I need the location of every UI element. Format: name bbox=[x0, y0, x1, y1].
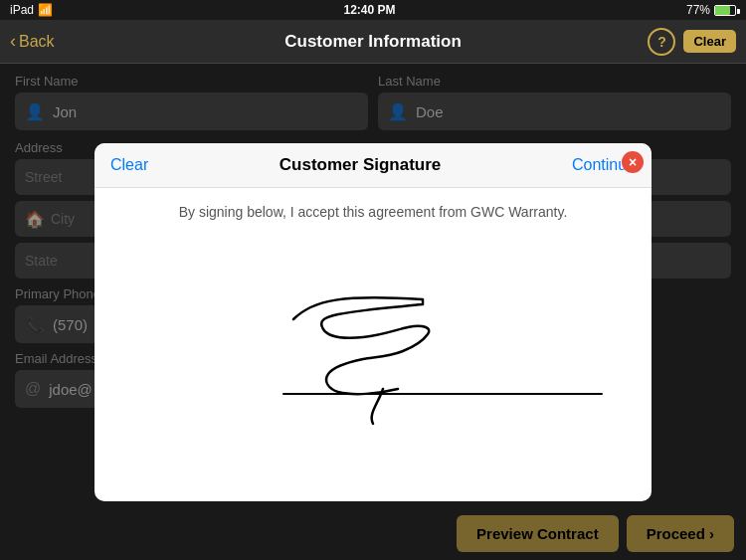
status-time: 12:40 PM bbox=[343, 3, 395, 17]
back-button[interactable]: ‹ Back bbox=[10, 31, 55, 52]
status-right: 77% bbox=[686, 3, 736, 17]
status-bar: iPad 📶 12:40 PM 77% bbox=[0, 0, 746, 20]
battery-icon bbox=[714, 5, 736, 16]
help-button[interactable]: ? bbox=[648, 28, 675, 56]
signature-modal: × Clear Customer Signature Continue By s… bbox=[94, 143, 652, 501]
nav-title: Customer Information bbox=[284, 32, 462, 52]
battery-fill bbox=[715, 6, 730, 15]
nav-actions: ? Clear bbox=[648, 28, 736, 56]
nav-bar: ‹ Back Customer Information ? Clear bbox=[0, 20, 746, 64]
modal-close-button[interactable]: × bbox=[622, 151, 644, 173]
modal-overlay: × Clear Customer Signature Continue By s… bbox=[0, 64, 746, 560]
back-label: Back bbox=[19, 33, 55, 51]
modal-clear-button[interactable]: Clear bbox=[110, 156, 148, 174]
agreement-text: By signing below, I accept this agreemen… bbox=[114, 204, 632, 220]
wifi-icon: 📶 bbox=[38, 3, 53, 17]
clear-button[interactable]: Clear bbox=[683, 30, 736, 53]
modal-header: Clear Customer Signature Continue bbox=[94, 143, 652, 188]
status-left: iPad 📶 bbox=[10, 3, 53, 17]
signature-canvas[interactable] bbox=[114, 240, 632, 439]
battery-percent: 77% bbox=[686, 3, 710, 17]
main-content: First Name 👤 Jon Last Name 👤 Doe Address… bbox=[0, 64, 746, 560]
carrier-label: iPad bbox=[10, 3, 34, 17]
signature-drawing bbox=[114, 240, 632, 439]
chevron-left-icon: ‹ bbox=[10, 31, 16, 52]
modal-title: Customer Signature bbox=[148, 155, 572, 175]
modal-body: By signing below, I accept this agreemen… bbox=[94, 188, 652, 486]
